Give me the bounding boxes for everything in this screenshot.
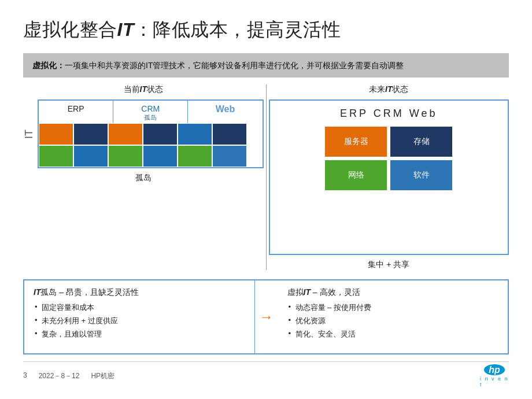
grid-row-2: [39, 145, 263, 167]
comp-left-title: IT孤岛 – 昂贵，且缺乏灵活性: [34, 287, 245, 298]
list-item: 未充分利用 + 过度供应: [34, 316, 245, 326]
cell-1-1: [39, 123, 73, 145]
list-item: 优化资源: [287, 316, 499, 326]
page: 虚拟化整合IT：降低成本，提高灵活性 虚拟化：一项集中和共享资源的IT管理技术，…: [0, 0, 532, 399]
cell-1-2: [73, 123, 108, 145]
shared-label: 集中 + 共享: [368, 260, 409, 270]
grid-row-1: [39, 123, 263, 145]
confidential-label: HP机密: [91, 371, 114, 381]
cell-1-6: [212, 123, 247, 145]
vertical-divider: [266, 84, 267, 270]
island-label: 孤岛: [135, 173, 152, 183]
list-item: 复杂，且难以管理: [34, 329, 245, 339]
footer: 3 2022－8－12 HP机密 hp i n v e n t: [23, 361, 509, 387]
current-it-label: 当前IT状态: [124, 84, 163, 95]
hp-invent-text: i n v e n t: [480, 376, 509, 387]
cell-1-3: [108, 123, 143, 145]
cell-2-2: [73, 145, 108, 167]
comparison-right: 虚拟IT – 高效，灵活 动态容量 – 按使用付费 优化资源 简化、安全、灵活: [278, 280, 508, 353]
col-erp: ERP: [39, 101, 113, 123]
list-item: 简化、安全、灵活: [287, 329, 499, 339]
current-it-section: 当前IT状态 IT ERP CRM 孤岛 Web: [23, 84, 264, 270]
future-it-section: 未来IT状态 ERP CRM Web 服务器 存储 网络 软件 集中 + 共享: [269, 84, 509, 270]
definition-banner: 虚拟化：一项集中和共享资源的IT管理技术，它能够对设备利用率进行优化，并可根据业…: [23, 53, 509, 77]
color-grid: [39, 123, 263, 167]
cell-1-4: [143, 123, 178, 145]
cell-2-4: [143, 145, 178, 167]
col-labels-row: ERP CRM 孤岛 Web: [39, 101, 263, 123]
comparison-section: IT孤岛 – 昂贵，且缺乏灵活性 固定容量和成本 未充分利用 + 过度供应 复杂…: [23, 279, 509, 354]
col-crm: CRM 孤岛: [113, 101, 188, 123]
date: 2022－8－12: [39, 371, 80, 381]
title-prefix: 虚拟化整合: [23, 19, 117, 40]
resource-software: 软件: [390, 160, 452, 190]
list-item: 固定容量和成本: [34, 302, 245, 313]
cell-1-5: [178, 123, 212, 145]
future-it-box: ERP CRM Web 服务器 存储 网络 软件: [269, 99, 509, 255]
resource-server: 服务器: [325, 127, 387, 157]
page-title: 虚拟化整合IT：降低成本，提高灵活性: [23, 17, 509, 43]
future-apps-label: ERP CRM Web: [340, 108, 437, 120]
comparison-arrow: →: [255, 309, 278, 325]
current-it-container: IT ERP CRM 孤岛 Web: [23, 99, 264, 168]
cell-2-3: [108, 145, 143, 167]
comp-right-list: 动态容量 – 按使用付费 优化资源 简化、安全、灵活: [287, 302, 499, 339]
col-web: Web: [188, 101, 262, 123]
comparison-left: IT孤岛 – 昂贵，且缺乏灵活性 固定容量和成本 未充分利用 + 过度供应 复杂…: [24, 280, 255, 353]
banner-text: 一项集中和共享资源的IT管理技术，它能够对设备利用率进行优化，并可根据业务需要自…: [65, 61, 404, 70]
page-number: 3: [23, 371, 27, 381]
comp-right-title: 虚拟IT – 高效，灵活: [287, 287, 499, 298]
future-resources-grid: 服务器 存储 网络 软件: [325, 127, 452, 190]
resource-network: 网络: [325, 160, 387, 190]
cell-2-5: [178, 145, 212, 167]
it-vertical-label: IT: [23, 130, 35, 139]
list-item: 动态容量 – 按使用付费: [287, 302, 499, 313]
title-it: IT: [117, 19, 134, 40]
resource-storage: 存储: [390, 127, 452, 157]
footer-left: 3 2022－8－12 HP机密: [23, 371, 114, 381]
title-suffix: ：降低成本，提高灵活性: [134, 19, 341, 40]
banner-bold: 虚拟化：: [32, 61, 65, 70]
diagram-area: 当前IT状态 IT ERP CRM 孤岛 Web: [23, 84, 509, 270]
future-it-label: 未来IT状态: [369, 84, 408, 95]
hp-circle-icon: hp: [484, 364, 505, 375]
cell-2-6: [212, 145, 247, 167]
comp-left-list: 固定容量和成本 未充分利用 + 过度供应 复杂，且难以管理: [34, 302, 245, 339]
cell-2-1: [39, 145, 73, 167]
current-it-box: ERP CRM 孤岛 Web: [38, 99, 264, 168]
hp-logo: hp i n v e n t: [480, 364, 509, 387]
